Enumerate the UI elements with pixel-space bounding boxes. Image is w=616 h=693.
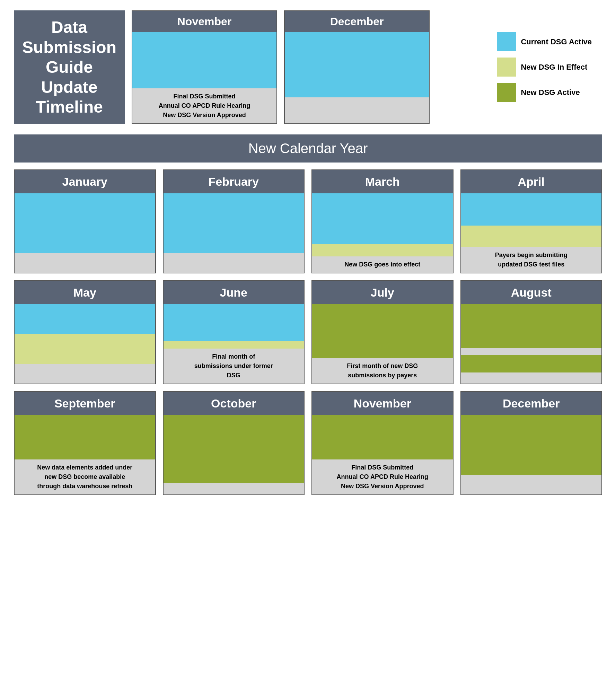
olive-block-august-bot (461, 355, 602, 372)
month-card-november-row2: November Final DSG SubmittedAnnual CO AP… (311, 391, 454, 495)
gray-block-february (164, 253, 304, 273)
legend-box-olive (497, 83, 516, 102)
header-section: Data Submission Guide Update Timeline No… (0, 0, 616, 131)
text-block-september: New data elements added undernew DSG bec… (15, 459, 155, 494)
month-card-december-top: December (284, 10, 430, 124)
month-header-march: March (312, 170, 453, 193)
month-header-december-top: December (285, 11, 429, 32)
blue-block-february (164, 193, 304, 253)
month-header-december-row2: December (461, 392, 602, 415)
blue-block-dec-top (285, 32, 429, 97)
gray-block-december-row2 (461, 475, 602, 494)
legend: Current DSG Active New DSG In Effect New… (486, 10, 602, 124)
blue-block-march (312, 193, 453, 244)
blue-block-june (164, 304, 304, 341)
lightgreen-block-may (15, 334, 155, 364)
month-header-july: July (312, 281, 453, 304)
blue-block-may (15, 304, 155, 334)
month-card-october: October (163, 391, 305, 495)
legend-box-lightgreen (497, 58, 516, 77)
text-block-march: New DSG goes into effect (312, 256, 453, 273)
page-title: Data Submission Guide Update Timeline (21, 17, 118, 117)
month-header-june: June (164, 281, 304, 304)
lightgreen-block-june (164, 341, 304, 349)
blue-block-january (15, 193, 155, 253)
month-card-march: March New DSG goes into effect (311, 169, 454, 273)
text-block-april: Payers begin submittingupdated DSG test … (461, 247, 602, 273)
month-header-november-top: November (132, 11, 276, 32)
gray-block-may (15, 364, 155, 384)
olive-block-july (312, 304, 453, 358)
month-card-december-row2: December (460, 391, 602, 495)
olive-block-december-top (461, 415, 602, 475)
month-body-november-top: Final DSG SubmittedAnnual CO APCD Rule H… (132, 32, 276, 123)
legend-item-new-dsg-active: New DSG Active (497, 83, 592, 102)
gray-block-january (15, 253, 155, 273)
month-header-february: February (164, 170, 304, 193)
gray-block-october (164, 483, 304, 494)
calendar-grid: January February March New DSG goes into… (0, 169, 616, 506)
month-card-august: August (460, 280, 602, 384)
month-header-september: September (15, 392, 155, 415)
month-body-june: Final month ofsubmissions under formerDS… (164, 304, 304, 384)
month-body-july: First month of new DSGsubmissions by pay… (312, 304, 453, 384)
legend-label-new-dsg-effect: New DSG In Effect (521, 62, 587, 72)
month-header-january: January (15, 170, 155, 193)
olive-block-november-row2 (312, 415, 453, 459)
text-block-july: First month of new DSGsubmissions by pay… (312, 358, 453, 384)
month-body-december-row2 (461, 415, 602, 494)
title-box: Data Submission Guide Update Timeline (14, 10, 125, 124)
month-body-january (15, 193, 155, 273)
olive-block-september (15, 415, 155, 459)
month-body-april: Payers begin submittingupdated DSG test … (461, 193, 602, 273)
legend-box-blue (497, 32, 516, 51)
month-card-january: January (14, 169, 156, 273)
legend-label-current-dsg: Current DSG Active (521, 37, 592, 47)
blue-block-nov-top (132, 32, 276, 88)
legend-item-current-dsg: Current DSG Active (497, 32, 592, 51)
gray-block-august-bot (461, 372, 602, 384)
month-header-october: October (164, 392, 304, 415)
text-block-june: Final month ofsubmissions under formerDS… (164, 349, 304, 384)
month-body-october (164, 415, 304, 494)
month-card-june: June Final month ofsubmissions under for… (163, 280, 305, 384)
month-card-november-top: November Final DSG SubmittedAnnual CO AP… (132, 10, 277, 124)
new-calendar-year-banner: New Calendar Year (14, 134, 602, 163)
lightgreen-block-march (312, 244, 453, 256)
lightgreen-block-april (461, 226, 602, 247)
month-body-may (15, 304, 155, 384)
olive-block-august-top (461, 304, 602, 348)
month-header-april: April (461, 170, 602, 193)
month-body-december-top (285, 32, 429, 123)
text-block-november-row2: Final DSG SubmittedAnnual CO APCD Rule H… (312, 459, 453, 494)
month-header-may: May (15, 281, 155, 304)
month-card-july: July First month of new DSGsubmissions b… (311, 280, 454, 384)
month-card-september: September New data elements added undern… (14, 391, 156, 495)
month-body-november-row2: Final DSG SubmittedAnnual CO APCD Rule H… (312, 415, 453, 494)
gray-block-august-mid (461, 348, 602, 355)
olive-block-october (164, 415, 304, 483)
top-months-container: November Final DSG SubmittedAnnual CO AP… (132, 10, 479, 124)
month-body-august (461, 304, 602, 384)
month-body-march: New DSG goes into effect (312, 193, 453, 273)
month-header-august: August (461, 281, 602, 304)
gray-block-dec-top (285, 97, 429, 123)
blue-block-april (461, 193, 602, 226)
month-card-april: April Payers begin submittingupdated DSG… (460, 169, 602, 273)
month-body-february (164, 193, 304, 273)
month-card-february: February (163, 169, 305, 273)
legend-item-new-dsg-effect: New DSG In Effect (497, 58, 592, 77)
month-card-may: May (14, 280, 156, 384)
legend-label-new-dsg-active: New DSG Active (521, 88, 580, 98)
month-header-november-row2: November (312, 392, 453, 415)
month-body-september: New data elements added undernew DSG bec… (15, 415, 155, 494)
text-block-november-top: Final DSG SubmittedAnnual CO APCD Rule H… (132, 88, 276, 123)
